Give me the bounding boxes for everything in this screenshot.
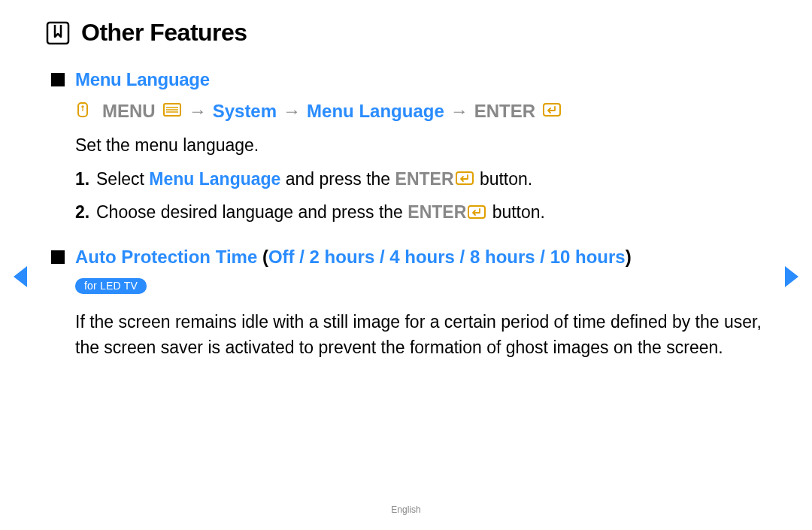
step-text: button. [487,202,545,222]
step-1: 1. Select Menu Language and press the EN… [75,166,767,192]
enter-icon [541,101,562,118]
auto-protection-body: If the screen remains idle with a still … [75,309,767,361]
nav-arrow-3: → [450,101,468,122]
next-page-button[interactable] [780,263,803,293]
nav-system: System [213,101,277,122]
bookmark-icon [45,20,71,46]
svg-rect-7 [544,104,560,116]
section-bullet-icon [51,250,65,264]
svg-rect-8 [456,172,473,184]
nav-menu-label: MENU [102,101,156,122]
footer-language: English [0,504,812,515]
enter-icon [466,204,487,220]
step-2: 2. Choose desired language and press the… [75,199,767,226]
step-text: Select [96,169,149,189]
section-heading-menu-language: Menu Language [75,69,767,90]
step-text: button. [475,169,533,189]
apt-open: ( [257,247,268,267]
enter-icon [454,170,475,186]
svg-marker-11 [785,266,798,287]
menu-list-icon [162,101,183,118]
remote-icon [75,101,96,118]
step-text: and press the [280,169,395,189]
nav-arrow-2: → [283,101,301,122]
apt-options: Off / 2 hours / 4 hours / 8 hours / 10 h… [268,247,626,267]
nav-enter: ENTER [474,101,535,122]
step-number: 1. [75,166,92,192]
step-enter: ENTER [395,169,454,189]
step-text: Choose desired language and press the [96,202,408,222]
prev-page-button[interactable] [9,263,32,293]
svg-marker-10 [14,266,27,287]
led-tv-badge: for LED TV [75,278,147,294]
section-heading-auto-protection: Auto Protection Time (Off / 2 hours / 4 … [75,247,767,268]
svg-point-2 [82,106,83,108]
page-title: Other Features [81,19,247,47]
nav-arrow-1: → [189,101,207,122]
step-enter: ENTER [408,202,466,222]
section-bullet-icon [51,73,65,86]
step-highlight: Menu Language [149,169,280,189]
nav-menu-language: Menu Language [307,101,444,122]
svg-rect-9 [468,206,485,218]
menu-language-description: Set the menu language. [75,132,767,159]
apt-close: ) [626,247,632,267]
apt-heading: Auto Protection Time [75,247,257,267]
menu-navigation-path: MENU → System → Menu Language → ENTER [75,101,767,122]
step-number: 2. [75,199,92,226]
